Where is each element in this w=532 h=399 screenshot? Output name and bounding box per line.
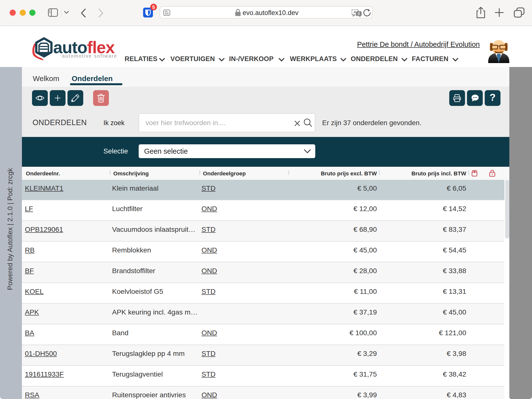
svg-text:A: A bbox=[354, 10, 356, 14]
svg-text:文: 文 bbox=[357, 12, 361, 16]
